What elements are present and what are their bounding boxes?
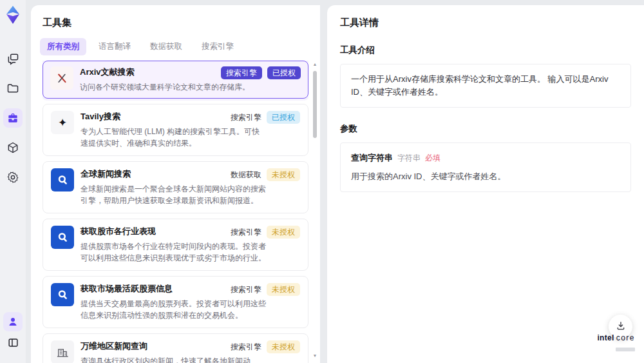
sidebar-item-collapse[interactable] — [3, 333, 23, 352]
status-badge: 已授权 — [267, 111, 300, 124]
app-logo — [4, 5, 22, 25]
tool-item-tavily[interactable]: ✦ Tavily搜索 搜索引擎 已授权 专为人工智能代理 (LLM) 构建的搜索… — [43, 104, 308, 156]
page-title: 工具集 — [31, 5, 320, 29]
tool-name: Tavily搜索 — [80, 111, 120, 123]
status-badge: 未授权 — [267, 283, 300, 296]
news-app-icon — [51, 168, 74, 191]
tab-data-fetch[interactable]: 数据获取 — [143, 38, 189, 55]
tab-language-translation[interactable]: 语言翻译 — [91, 38, 138, 55]
tool-detail-panel: 工具详情 工具介绍 一个用于从Arxiv存储库搜索科学论文和文章的工具。 输入可… — [327, 5, 644, 363]
tool-description: 提供当天交易量最高的股票列表。投资者可以利用这些信息来识别流动性强的股票和潜在的… — [80, 298, 266, 321]
four-point-star-icon: ✦ — [51, 111, 74, 134]
tool-name: 全球新闻搜索 — [80, 168, 131, 180]
chat-icon — [6, 52, 19, 65]
tab-all-categories[interactable]: 所有类别 — [40, 38, 86, 55]
tool-list-panel: 工具集 所有类别 语言翻译 数据获取 搜索引擎 Arxiv文献搜索 搜索引擎 已… — [31, 5, 320, 363]
tool-item-sector-performance[interactable]: 获取股市各行业表现 搜索引擎 未授权 提供股票市场各个行业在特定时间段内的表现。… — [43, 219, 308, 271]
tool-name: 获取股市各行业表现 — [80, 226, 156, 237]
download-icon — [616, 320, 626, 333]
brand-sub-badge — [616, 348, 635, 351]
param-type: 字符串 — [397, 152, 421, 164]
tool-description: 访问各个研究领域大量科学论文和文章的存储库。 — [80, 81, 265, 93]
tool-description: 全球新闻搜索是一个聚合全球各大新闻网站内容的搜索引擎，帮助用户快速获取全球最新资… — [80, 183, 266, 206]
tool-description: 专为人工智能代理 (LLM) 构建的搜索引擎工具。可快速提供实时、准确和真实的结… — [80, 126, 266, 149]
category-label: 搜索引擎 — [231, 284, 261, 295]
intro-box: 一个用于从Arxiv存储库搜索科学论文和文章的工具。 输入可以是Arxiv ID… — [340, 64, 631, 108]
category-label: 搜索引擎 — [231, 227, 261, 238]
scrollbar-thumb[interactable] — [313, 71, 317, 138]
intro-text: 一个用于从Arxiv存储库搜索科学论文和文章的工具。 输入可以是Arxiv ID… — [351, 74, 608, 97]
status-badge: 未授权 — [267, 340, 300, 353]
tool-description: 查询具体行政区划内的新闻，快速了解各地新闻动 — [80, 355, 266, 363]
cube-icon — [6, 141, 19, 154]
intro-heading: 工具介绍 — [340, 44, 631, 56]
sidebar-item-tools[interactable] — [3, 108, 23, 128]
list-scrollbar[interactable]: ▲ ▼ — [312, 62, 318, 358]
brand-intel: intel — [597, 333, 614, 342]
param-name: 查询字符串 — [351, 152, 393, 164]
category-label: 搜索引擎 — [231, 112, 261, 123]
arxiv-x-icon — [50, 66, 73, 90]
category-label: 搜索引擎 — [231, 342, 261, 353]
brand-core: core — [616, 333, 635, 342]
tab-search-engine[interactable]: 搜索引擎 — [194, 38, 241, 55]
sidebar-item-plugins[interactable] — [3, 138, 23, 157]
tool-name: 获取市场最活跃股票信息 — [80, 283, 173, 295]
status-badge: 未授权 — [267, 168, 300, 181]
status-badge: 未授权 — [267, 226, 300, 239]
tool-item-global-news[interactable]: 全球新闻搜索 数据获取 未授权 全球新闻搜索是一个聚合全球各大新闻网站内容的搜索… — [43, 161, 308, 213]
sidebar-item-files[interactable] — [3, 79, 23, 98]
sidebar-item-account[interactable] — [3, 312, 23, 331]
category-badge: 搜索引擎 — [221, 66, 262, 79]
detail-title: 工具详情 — [340, 17, 631, 29]
category-tabs: 所有类别 语言翻译 数据获取 搜索引擎 — [31, 29, 320, 55]
scroll-up-arrow[interactable]: ▲ — [312, 62, 318, 66]
news-app-icon — [51, 283, 74, 306]
tool-name: Arxiv文献搜索 — [80, 66, 135, 78]
building-icon — [51, 340, 74, 363]
left-nav-rail — [0, 0, 26, 363]
param-box: 查询字符串 字符串 必填 用于搜索的Arxiv ID、关键字或作者姓名。 — [340, 142, 631, 192]
gear-icon — [6, 171, 19, 184]
tool-list: Arxiv文献搜索 搜索引擎 已授权 访问各个研究领域大量科学论文和文章的存储库… — [43, 61, 308, 363]
sidebar-item-settings[interactable] — [3, 168, 23, 187]
params-heading: 参数 — [340, 123, 631, 135]
user-icon — [7, 316, 19, 328]
folder-icon — [6, 82, 19, 95]
tool-item-most-active-stocks[interactable]: 获取市场最活跃股票信息 搜索引擎 未授权 提供当天交易量最高的股票列表。投资者可… — [43, 276, 308, 328]
toolbox-icon — [6, 112, 19, 124]
scroll-down-arrow[interactable]: ▼ — [312, 353, 318, 358]
category-label: 数据获取 — [231, 170, 261, 181]
tool-name: 万维地区新闻查询 — [80, 340, 147, 352]
param-description: 用于搜索的Arxiv ID、关键字或作者姓名。 — [351, 170, 620, 183]
sidebar-item-chat[interactable] — [3, 49, 23, 68]
intel-core-logo: intelcore — [597, 333, 635, 354]
param-required-badge: 必填 — [425, 152, 440, 164]
tool-item-arxiv[interactable]: Arxiv文献搜索 搜索引擎 已授权 访问各个研究领域大量科学论文和文章的存储库… — [43, 61, 308, 99]
tool-item-regional-news[interactable]: 万维地区新闻查询 搜索引擎 未授权 查询具体行政区划内的新闻，快速了解各地新闻动 — [43, 333, 308, 363]
news-app-icon — [51, 226, 74, 249]
sidebar-toggle-icon — [7, 337, 19, 349]
status-badge: 已授权 — [267, 66, 301, 79]
tool-description: 提供股票市场各个行业在特定时间段内的表现。投资者可以利用这些信息来识别表现优于或… — [80, 240, 266, 264]
